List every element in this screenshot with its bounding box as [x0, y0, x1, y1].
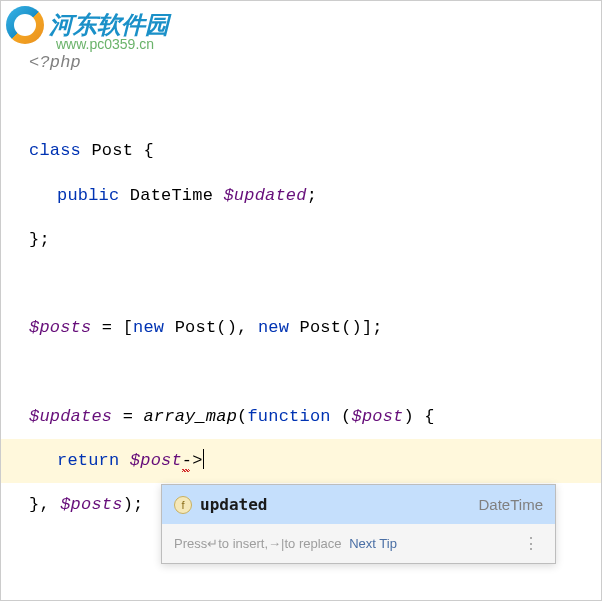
code-editor[interactable]: <?php class Post { public DateTime $upda…: [1, 1, 601, 542]
code-line: $posts = [new Post(), new Post()];: [29, 306, 586, 350]
tab-key-icon: →|: [268, 536, 284, 551]
autocomplete-hint: Press ↵ to insert, →| to replace Next Ti…: [162, 524, 555, 563]
text-cursor: [203, 449, 204, 469]
code-line: public DateTime $updated;: [29, 174, 586, 218]
next-tip-link[interactable]: Next Tip: [349, 536, 397, 551]
code-line-empty: [29, 262, 586, 306]
code-line: };: [29, 218, 586, 262]
autocomplete-item-type: DateTime: [479, 496, 543, 513]
code-line: $updates = array_map(function ($post) {: [29, 395, 586, 439]
watermark-url: www.pc0359.cn: [56, 36, 154, 52]
enter-key-icon: ↵: [207, 536, 218, 551]
code-line-empty: [29, 350, 586, 394]
autocomplete-item[interactable]: f updated DateTime: [162, 485, 555, 524]
autocomplete-item-name: updated: [200, 495, 267, 514]
kebab-menu-icon[interactable]: ⋮: [519, 534, 543, 553]
code-line-empty: [29, 85, 586, 129]
autocomplete-popup: f updated DateTime Press ↵ to insert, →|…: [161, 484, 556, 564]
field-icon: f: [174, 496, 192, 514]
logo-icon: [6, 6, 44, 44]
code-line-active: return $post->: [1, 439, 601, 483]
code-line: class Post {: [29, 129, 586, 173]
